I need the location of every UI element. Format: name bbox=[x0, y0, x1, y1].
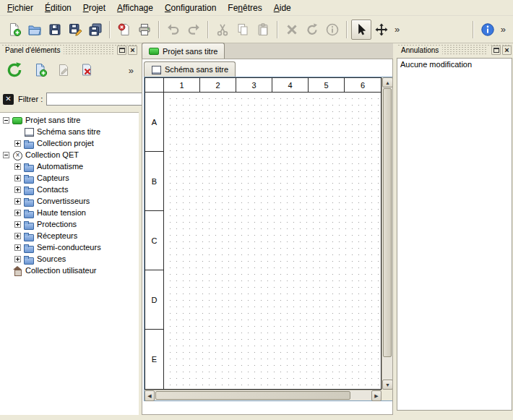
tree-item-label: Convertisseurs bbox=[37, 197, 90, 205]
dock-close-button[interactable]: × bbox=[502, 46, 512, 55]
diagram-tab[interactable]: Schéma sans titre bbox=[144, 61, 236, 77]
dock-float-button[interactable] bbox=[491, 46, 501, 55]
copy-button[interactable] bbox=[233, 20, 253, 40]
tree-item[interactable]: Projet sans titre bbox=[0, 114, 139, 126]
vertical-scroll-track[interactable] bbox=[382, 87, 392, 380]
menu-item[interactable]: Fichier bbox=[1, 0, 39, 15]
tree-expander[interactable] bbox=[14, 210, 21, 216]
about-button[interactable] bbox=[478, 20, 498, 40]
tree-item[interactable]: Collection QET bbox=[0, 149, 139, 160]
save-all-button[interactable] bbox=[85, 20, 105, 40]
select-mode-button[interactable] bbox=[351, 20, 371, 40]
open-file-button[interactable] bbox=[25, 20, 45, 40]
toolbar-separator bbox=[346, 21, 348, 38]
undo-button[interactable] bbox=[163, 20, 184, 40]
tree-expander[interactable] bbox=[14, 198, 21, 205]
column-header: 4 bbox=[272, 78, 309, 92]
tree-item-label: Semi-conducteurs bbox=[37, 243, 101, 252]
reload-collections-button[interactable] bbox=[3, 59, 25, 82]
tree-item[interactable]: Capteurs bbox=[0, 172, 139, 184]
menu-item[interactable]: Configuration bbox=[159, 0, 222, 15]
tree-expander[interactable] bbox=[14, 187, 21, 193]
edit-info-button[interactable] bbox=[322, 20, 342, 40]
close-file-button[interactable] bbox=[114, 20, 134, 40]
tree-expander[interactable] bbox=[14, 256, 21, 262]
main-area: Panel d'éléments × » ✕ Filtrer : bbox=[0, 43, 513, 419]
tree-item-icon bbox=[24, 185, 34, 194]
horizontal-scroll-thumb[interactable] bbox=[155, 391, 350, 400]
dock-float-button[interactable] bbox=[117, 46, 126, 55]
undo-history-list[interactable]: Aucune modification bbox=[397, 58, 512, 411]
menu-item[interactable]: Fenêtres bbox=[222, 0, 267, 15]
tree-item[interactable]: Sources bbox=[0, 253, 139, 265]
tree-expander[interactable] bbox=[14, 244, 21, 251]
scroll-right-button[interactable]: ▶ bbox=[371, 390, 381, 401]
clear-filter-button[interactable]: ✕ bbox=[3, 94, 14, 105]
tree-item-icon bbox=[24, 231, 34, 241]
project-icon bbox=[149, 46, 159, 56]
elements-panel-titlebar[interactable]: Panel d'éléments × bbox=[1, 45, 137, 56]
tree-item[interactable]: Convertisseurs bbox=[0, 195, 139, 207]
horizontal-scroll-track[interactable] bbox=[155, 390, 371, 400]
tree-expander[interactable] bbox=[3, 152, 9, 158]
diagram-canvas[interactable] bbox=[164, 93, 381, 389]
cut-button[interactable] bbox=[212, 20, 233, 40]
tree-expander[interactable] bbox=[14, 175, 21, 181]
tree-item[interactable]: Collection utilisateur bbox=[0, 265, 139, 276]
diagram-horizontal-scrollbar[interactable]: ◀ ▶ bbox=[145, 390, 381, 400]
row-header: C bbox=[145, 211, 163, 270]
diagram-vertical-scrollbar[interactable]: ▲ ▼ bbox=[381, 77, 392, 390]
dock-close-button[interactable]: × bbox=[128, 46, 137, 55]
new-file-button[interactable] bbox=[4, 20, 25, 40]
info-outline-icon bbox=[325, 22, 340, 37]
menu-item[interactable]: Aide bbox=[268, 0, 297, 15]
toolbar-overflow-button[interactable]: » bbox=[498, 24, 509, 35]
new-element-button[interactable] bbox=[30, 61, 50, 80]
tree-item[interactable]: Semi-conducteurs bbox=[0, 241, 139, 253]
tree-expander[interactable] bbox=[14, 140, 21, 147]
scroll-up-button[interactable]: ▲ bbox=[382, 77, 393, 87]
tree-item-icon bbox=[24, 139, 34, 148]
menu-item[interactable]: Affichage bbox=[111, 0, 159, 15]
tree-item-label: Collection QET bbox=[25, 150, 79, 159]
scroll-left-button[interactable]: ◀ bbox=[145, 390, 155, 401]
save-button[interactable] bbox=[45, 20, 65, 40]
tree-item[interactable]: Protections bbox=[0, 218, 139, 230]
pan-mode-button[interactable] bbox=[371, 20, 392, 40]
tree-item[interactable]: Haute tension bbox=[0, 207, 139, 218]
tree-item-label: Sources bbox=[37, 254, 66, 263]
edit-element-button[interactable] bbox=[53, 61, 73, 80]
toolbar-overflow-button[interactable]: » bbox=[392, 24, 402, 35]
tree-item[interactable]: Automatisme bbox=[0, 160, 139, 172]
tree-expander[interactable] bbox=[14, 221, 21, 228]
tree-expander[interactable] bbox=[14, 163, 21, 170]
diagram-corner-cell bbox=[145, 78, 164, 93]
toolbar-separator bbox=[277, 21, 278, 38]
filter-row: ✕ Filtrer : bbox=[0, 90, 139, 108]
column-header: 5 bbox=[309, 78, 345, 92]
menu-item[interactable]: Projet bbox=[77, 0, 111, 15]
save-as-button[interactable] bbox=[65, 20, 85, 40]
scroll-down-button[interactable]: ▼ bbox=[382, 380, 393, 390]
tree-expander[interactable] bbox=[3, 117, 9, 124]
tree-expander[interactable] bbox=[14, 233, 21, 239]
tree-item[interactable]: Schéma sans titre bbox=[0, 126, 139, 137]
right-arrow-icon: ▶ bbox=[374, 393, 378, 398]
tree-item[interactable]: Contacts bbox=[0, 184, 139, 195]
undo-panel-titlebar[interactable]: Annulations × bbox=[397, 45, 512, 56]
tree-item[interactable]: Récepteurs bbox=[0, 230, 139, 241]
rotate-button[interactable] bbox=[302, 20, 322, 40]
panel-toolbar-overflow-button[interactable]: » bbox=[129, 65, 136, 76]
vertical-scroll-thumb[interactable] bbox=[383, 88, 392, 357]
delete-button[interactable] bbox=[282, 20, 302, 40]
print-button[interactable] bbox=[134, 20, 155, 40]
tree-item[interactable]: Collection projet bbox=[0, 137, 139, 149]
move-cross-icon bbox=[374, 22, 389, 37]
paste-button[interactable] bbox=[253, 20, 273, 40]
pencil-page-icon bbox=[56, 63, 71, 77]
menu-item[interactable]: Édition bbox=[39, 0, 77, 15]
project-tab[interactable]: Projet sans titre bbox=[142, 43, 225, 59]
delete-element-button[interactable] bbox=[77, 61, 96, 80]
redo-button[interactable] bbox=[184, 20, 204, 40]
tree-item-icon bbox=[12, 116, 22, 125]
